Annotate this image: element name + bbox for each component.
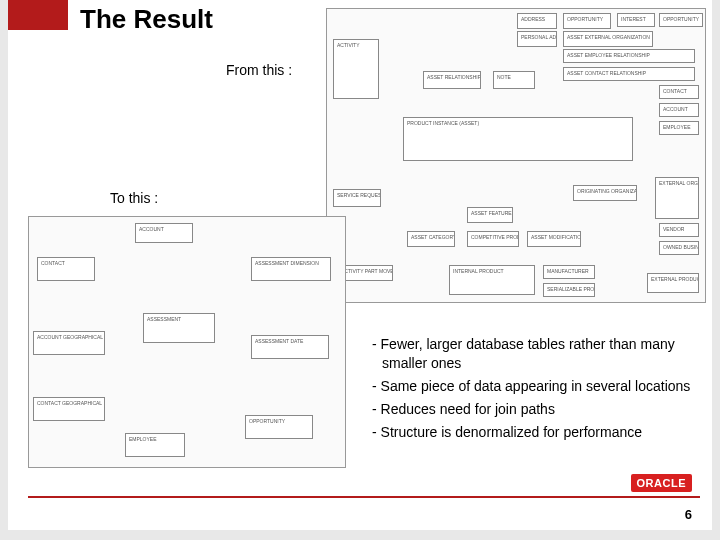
diagram-node: ASSET FEATURE [467,207,513,223]
diagram-node: ASSET CATEGORY [407,231,455,247]
oracle-logo-text: ORACLE [631,474,692,492]
diagram-node: COMPETITIVE PRODUCT [467,231,519,247]
diagram-node: ASSESSMENT [143,313,215,343]
diagram-node: OPPORTUNITY [563,13,611,29]
bullet-item: - Same piece of data appearing in severa… [368,377,708,396]
diagram-node: VENDOR [659,223,699,237]
bullet-item: - Fewer, larger database tables rather t… [368,335,708,373]
diagram-node: ASSESSMENT DATE [251,335,329,359]
diagram-node: OWNED BUSINESS UNIT [659,241,699,255]
bullet-item: - Reduces need for join paths [368,400,708,419]
diagram-node: ASSESSMENT DIMENSION [251,257,331,281]
bullet-list: - Fewer, larger database tables rather t… [368,335,708,445]
diagram-node: EMPLOYEE [125,433,185,457]
slide-title: The Result [80,4,213,35]
footer-divider [28,496,700,498]
diagram-node: SERIALIZABLE PRODUCT [543,283,595,297]
diagram-node: CONTACT GEOGRAPHICAL [33,397,105,421]
accent-block [8,0,68,30]
diagram-node: PERSONAL ADDRESS [517,31,557,47]
diagram-node: EXTERNAL ORGANIZATION [655,177,699,219]
bullet-item: - Structure is denormalized for performa… [368,423,708,442]
diagram-node: EXTERNAL PRODUCT [647,273,699,293]
to-label: To this : [110,190,158,206]
oracle-logo: ORACLE [631,473,692,492]
diagram-node: NOTE [493,71,535,89]
diagram-node: SERVICE REQUEST [333,189,381,207]
diagram-node: ASSET RELATIONSHIP [423,71,481,89]
diagram-node: ASSET EMPLOYEE RELATIONSHIP [563,49,695,63]
diagram-complex: ACTIVITY ADDRESS PERSONAL ADDRESS OPPORT… [326,8,706,303]
diagram-node: INTERNAL PRODUCT [449,265,535,295]
diagram-node: EMPLOYEE [659,121,699,135]
diagram-simplified: ACCOUNT CONTACT ASSESSMENT DIMENSION ASS… [28,216,346,468]
diagram-node: CONTACT [37,257,95,281]
diagram-node: ACCOUNT GEOGRAPHICAL [33,331,105,355]
diagram-node: CONTACT [659,85,699,99]
diagram-node: ACTIVITY [333,39,379,99]
page-number: 6 [685,507,692,522]
diagram-node: ADDRESS [517,13,557,29]
diagram-node: OPPORTUNITY [245,415,313,439]
diagram-node: OPPORTUNITY [659,13,703,27]
diagram-node: ACCOUNT [135,223,193,243]
from-label: From this : [226,62,292,78]
diagram-node: ASSET EXTERNAL ORGANIZATION [563,31,653,47]
diagram-node: ORIGINATING ORGANIZATION [573,185,637,201]
diagram-node: INTEREST [617,13,655,27]
diagram-node: ASSET MODIFICATION [527,231,581,247]
diagram-node: PRODUCT INSTANCE (ASSET) [403,117,633,161]
diagram-node: MANUFACTURER [543,265,595,279]
diagram-node: ACCOUNT [659,103,699,117]
diagram-node: ASSET CONTACT RELATIONSHIP [563,67,695,81]
